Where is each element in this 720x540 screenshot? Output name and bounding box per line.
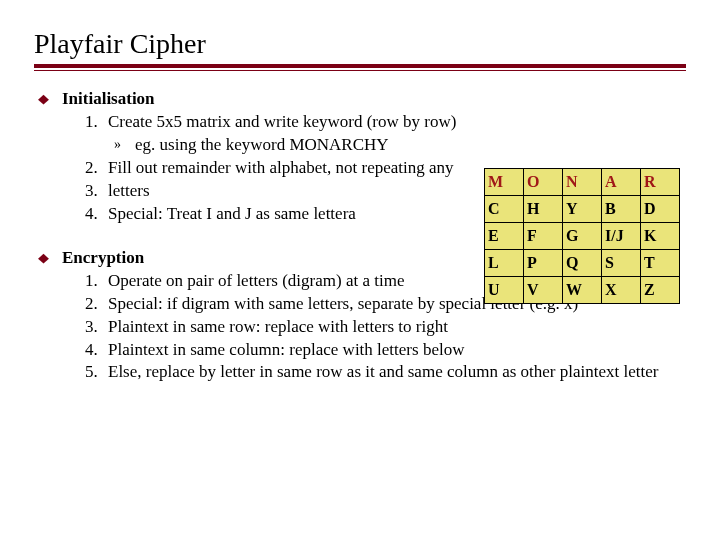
matrix-cell: C bbox=[485, 196, 524, 223]
title-rule-thin bbox=[34, 70, 686, 71]
item-text: Else, replace by letter in same row as i… bbox=[108, 362, 658, 381]
slide-title: Playfair Cipher bbox=[34, 28, 686, 60]
matrix-cell: K bbox=[641, 223, 680, 250]
matrix-cell: V bbox=[524, 277, 563, 304]
list-item: Special: Treat I and J as same lettera bbox=[102, 203, 456, 226]
matrix-cell: Y bbox=[563, 196, 602, 223]
matrix-cell: U bbox=[485, 277, 524, 304]
diamond-bullet-icon: ◆ bbox=[38, 91, 49, 107]
matrix-cell: M bbox=[485, 169, 524, 196]
matrix-cell: N bbox=[563, 169, 602, 196]
item-text: letters bbox=[108, 181, 150, 200]
matrix-cell: I/J bbox=[602, 223, 641, 250]
matrix-cell: F bbox=[524, 223, 563, 250]
item-text: Operate on pair of letters (digram) at a… bbox=[108, 271, 404, 290]
matrix-cell: X bbox=[602, 277, 641, 304]
list-item: Plaintext in same column: replace with l… bbox=[102, 339, 658, 362]
item-text: Create 5x5 matrix and write keyword (row… bbox=[108, 112, 456, 131]
list-item: Plaintext in same row: replace with lett… bbox=[102, 316, 658, 339]
matrix-cell: O bbox=[524, 169, 563, 196]
table-row: L P Q S T bbox=[485, 250, 680, 277]
item-text: Plaintext in same column: replace with l… bbox=[108, 340, 464, 359]
matrix-cell: Z bbox=[641, 277, 680, 304]
matrix-cell: D bbox=[641, 196, 680, 223]
matrix-cell: P bbox=[524, 250, 563, 277]
sub-item: » eg. using the keyword MONARCHY bbox=[114, 134, 456, 157]
matrix-cell: T bbox=[641, 250, 680, 277]
list-item: Create 5x5 matrix and write keyword (row… bbox=[102, 111, 456, 157]
matrix-cell: L bbox=[485, 250, 524, 277]
matrix-cell: E bbox=[485, 223, 524, 250]
item-text: Plaintext in same row: replace with lett… bbox=[108, 317, 448, 336]
matrix-cell: S bbox=[602, 250, 641, 277]
table-row: E F G I/J K bbox=[485, 223, 680, 250]
list-item: Else, replace by letter in same row as i… bbox=[102, 361, 658, 384]
item-text: Fill out remainder with alphabet, not re… bbox=[108, 158, 454, 177]
list-item: letters bbox=[102, 180, 456, 203]
matrix-cell: A bbox=[602, 169, 641, 196]
table-row: M O N A R bbox=[485, 169, 680, 196]
section1-heading: Initialisation bbox=[62, 89, 456, 109]
sub-text: eg. using the keyword MONARCHY bbox=[135, 134, 389, 157]
matrix-cell: Q bbox=[563, 250, 602, 277]
chevron-icon: » bbox=[114, 136, 121, 155]
title-rule-thick bbox=[34, 64, 686, 68]
table-row: C H Y B D bbox=[485, 196, 680, 223]
diamond-bullet-icon: ◆ bbox=[38, 250, 49, 266]
matrix-cell: H bbox=[524, 196, 563, 223]
section1-list: Create 5x5 matrix and write keyword (row… bbox=[62, 111, 456, 226]
matrix-cell: G bbox=[563, 223, 602, 250]
matrix-cell: B bbox=[602, 196, 641, 223]
matrix-cell: W bbox=[563, 277, 602, 304]
matrix-cell: R bbox=[641, 169, 680, 196]
playfair-matrix: M O N A R C H Y B D E F G I/J K L P Q S … bbox=[484, 168, 680, 304]
item-text: Special: Treat I and J as same lettera bbox=[108, 204, 356, 223]
list-item: Fill out remainder with alphabet, not re… bbox=[102, 157, 456, 180]
table-row: U V W X Z bbox=[485, 277, 680, 304]
